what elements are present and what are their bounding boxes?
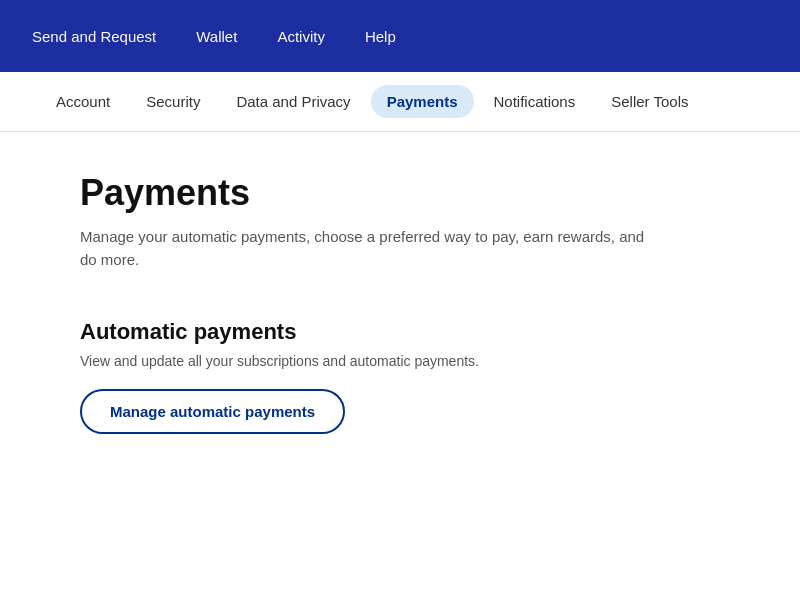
top-nav-items: Send and Request Wallet Activity Help	[16, 20, 412, 53]
top-nav-wallet[interactable]: Wallet	[180, 20, 253, 53]
top-nav-help[interactable]: Help	[349, 20, 412, 53]
section-title-automatic-payments: Automatic payments	[80, 319, 720, 345]
sub-nav-account[interactable]: Account	[40, 85, 126, 118]
automatic-payments-section: Automatic payments View and update all y…	[80, 319, 720, 434]
sub-nav-payments[interactable]: Payments	[371, 85, 474, 118]
sub-nav-seller-tools[interactable]: Seller Tools	[595, 85, 704, 118]
sub-nav-data-and-privacy[interactable]: Data and Privacy	[220, 85, 366, 118]
top-nav-send-and-request[interactable]: Send and Request	[16, 20, 172, 53]
section-description-automatic-payments: View and update all your subscriptions a…	[80, 353, 720, 369]
top-nav: Send and Request Wallet Activity Help	[0, 0, 800, 72]
sub-nav-security[interactable]: Security	[130, 85, 216, 118]
main-content: Payments Manage your automatic payments,…	[0, 132, 800, 474]
page-title: Payments	[80, 172, 720, 214]
top-nav-activity[interactable]: Activity	[261, 20, 341, 53]
manage-automatic-payments-button[interactable]: Manage automatic payments	[80, 389, 345, 434]
sub-nav: Account Security Data and Privacy Paymen…	[0, 72, 800, 132]
page-description: Manage your automatic payments, choose a…	[80, 226, 660, 271]
sub-nav-notifications[interactable]: Notifications	[478, 85, 592, 118]
